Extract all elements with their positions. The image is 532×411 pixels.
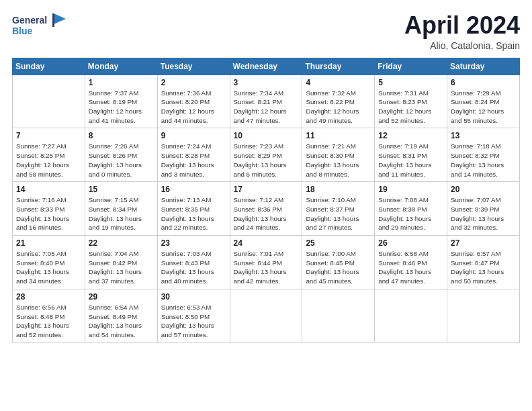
header: General Blue April 2024 Alio, Catalonia,… — [12, 12, 520, 51]
day-cell: 26Sunrise: 6:58 AMSunset: 8:46 PMDayligh… — [375, 236, 447, 289]
week-row-2: 7Sunrise: 7:27 AMSunset: 8:25 PMDaylight… — [13, 128, 520, 182]
day-cell: 19Sunrise: 7:08 AMSunset: 8:38 PMDayligh… — [375, 182, 447, 236]
day-number: 22 — [89, 238, 154, 248]
day-cell: 10Sunrise: 7:23 AMSunset: 8:29 PMDayligh… — [230, 128, 302, 182]
day-info: Sunrise: 6:57 AMSunset: 8:47 PMDaylight:… — [451, 249, 516, 286]
day-number: 1 — [89, 78, 154, 87]
weekday-header-sunday: Sunday — [13, 58, 85, 75]
day-number: 20 — [451, 185, 516, 194]
day-number: 4 — [306, 78, 371, 87]
weekday-header-wednesday: Wednesday — [230, 58, 302, 75]
day-cell: 8Sunrise: 7:26 AMSunset: 8:26 PMDaylight… — [85, 128, 157, 182]
day-info: Sunrise: 7:31 AMSunset: 8:23 PMDaylight:… — [378, 89, 443, 126]
day-cell — [447, 289, 520, 342]
day-cell: 24Sunrise: 7:01 AMSunset: 8:44 PMDayligh… — [230, 236, 302, 289]
weekday-header-saturday: Saturday — [447, 58, 520, 75]
day-cell — [230, 289, 302, 342]
day-cell: 9Sunrise: 7:24 AMSunset: 8:28 PMDaylight… — [157, 128, 230, 182]
day-cell: 25Sunrise: 7:00 AMSunset: 8:45 PMDayligh… — [302, 236, 375, 289]
day-cell: 18Sunrise: 7:10 AMSunset: 8:37 PMDayligh… — [302, 182, 375, 236]
day-info: Sunrise: 6:54 AMSunset: 8:49 PMDaylight:… — [89, 303, 154, 340]
day-cell: 27Sunrise: 6:57 AMSunset: 8:47 PMDayligh… — [447, 236, 520, 289]
day-info: Sunrise: 7:37 AMSunset: 8:19 PMDaylight:… — [89, 89, 154, 126]
day-cell: 28Sunrise: 6:56 AMSunset: 8:48 PMDayligh… — [13, 289, 85, 342]
day-cell: 12Sunrise: 7:19 AMSunset: 8:31 PMDayligh… — [375, 128, 447, 182]
day-info: Sunrise: 7:04 AMSunset: 8:42 PMDaylight:… — [89, 249, 154, 286]
day-info: Sunrise: 7:12 AMSunset: 8:36 PMDaylight:… — [234, 195, 299, 232]
day-info: Sunrise: 7:23 AMSunset: 8:29 PMDaylight:… — [234, 142, 299, 179]
day-cell — [375, 289, 447, 342]
svg-marker-1 — [54, 13, 66, 24]
day-cell: 11Sunrise: 7:21 AMSunset: 8:30 PMDayligh… — [302, 128, 375, 182]
day-info: Sunrise: 7:08 AMSunset: 8:38 PMDaylight:… — [378, 195, 443, 232]
day-info: Sunrise: 6:58 AMSunset: 8:46 PMDaylight:… — [378, 249, 443, 286]
svg-text:Blue: Blue — [12, 26, 33, 36]
day-number: 28 — [16, 292, 81, 302]
day-cell: 16Sunrise: 7:13 AMSunset: 8:35 PMDayligh… — [157, 182, 230, 236]
weekday-header-monday: Monday — [85, 58, 157, 75]
day-number: 16 — [161, 185, 226, 194]
weekday-header-row: SundayMondayTuesdayWednesdayThursdayFrid… — [13, 58, 520, 75]
day-info: Sunrise: 7:00 AMSunset: 8:45 PMDaylight:… — [306, 249, 371, 286]
day-number: 21 — [16, 238, 81, 248]
day-info: Sunrise: 7:34 AMSunset: 8:21 PMDaylight:… — [234, 89, 299, 126]
day-cell: 23Sunrise: 7:03 AMSunset: 8:43 PMDayligh… — [157, 236, 230, 289]
day-number: 17 — [234, 185, 299, 194]
calendar-table: SundayMondayTuesdayWednesdayThursdayFrid… — [12, 58, 520, 343]
day-info: Sunrise: 7:24 AMSunset: 8:28 PMDaylight:… — [161, 142, 226, 179]
weekday-header-thursday: Thursday — [302, 58, 375, 75]
day-cell: 5Sunrise: 7:31 AMSunset: 8:23 PMDaylight… — [375, 75, 447, 128]
day-cell: 29Sunrise: 6:54 AMSunset: 8:49 PMDayligh… — [85, 289, 157, 342]
title-block: April 2024 Alio, Catalonia, Spain — [404, 12, 520, 51]
day-info: Sunrise: 7:01 AMSunset: 8:44 PMDaylight:… — [234, 249, 299, 286]
logo-block: General Blue — [12, 12, 73, 42]
day-number: 6 — [451, 78, 516, 87]
day-number: 8 — [89, 131, 154, 140]
day-info: Sunrise: 7:07 AMSunset: 8:39 PMDaylight:… — [451, 195, 516, 232]
day-cell: 1Sunrise: 7:37 AMSunset: 8:19 PMDaylight… — [85, 75, 157, 128]
day-info: Sunrise: 7:16 AMSunset: 8:33 PMDaylight:… — [16, 195, 81, 232]
day-number: 2 — [161, 78, 226, 87]
day-number: 30 — [161, 292, 226, 302]
day-info: Sunrise: 7:13 AMSunset: 8:35 PMDaylight:… — [161, 195, 226, 232]
weekday-header-tuesday: Tuesday — [157, 58, 230, 75]
day-number: 3 — [234, 78, 299, 87]
day-info: Sunrise: 7:29 AMSunset: 8:24 PMDaylight:… — [451, 89, 516, 126]
day-number: 10 — [234, 131, 299, 140]
day-cell: 30Sunrise: 6:53 AMSunset: 8:50 PMDayligh… — [157, 289, 230, 342]
day-number: 7 — [16, 131, 81, 140]
day-info: Sunrise: 7:27 AMSunset: 8:25 PMDaylight:… — [16, 142, 81, 179]
day-number: 24 — [234, 238, 299, 248]
day-info: Sunrise: 6:53 AMSunset: 8:50 PMDaylight:… — [161, 303, 226, 340]
day-number: 27 — [451, 238, 516, 248]
day-cell — [302, 289, 375, 342]
day-number: 14 — [16, 185, 81, 194]
day-number: 12 — [378, 131, 443, 140]
day-info: Sunrise: 7:03 AMSunset: 8:43 PMDaylight:… — [161, 249, 226, 286]
day-info: Sunrise: 7:18 AMSunset: 8:32 PMDaylight:… — [451, 142, 516, 179]
page: General Blue April 2024 Alio, Catalonia,… — [0, 0, 532, 411]
day-number: 25 — [306, 238, 371, 248]
day-cell: 13Sunrise: 7:18 AMSunset: 8:32 PMDayligh… — [447, 128, 520, 182]
day-cell: 21Sunrise: 7:05 AMSunset: 8:40 PMDayligh… — [13, 236, 85, 289]
day-cell: 7Sunrise: 7:27 AMSunset: 8:25 PMDaylight… — [13, 128, 85, 182]
day-info: Sunrise: 7:32 AMSunset: 8:22 PMDaylight:… — [306, 89, 371, 126]
day-cell: 6Sunrise: 7:29 AMSunset: 8:24 PMDaylight… — [447, 75, 520, 128]
day-info: Sunrise: 7:15 AMSunset: 8:34 PMDaylight:… — [89, 195, 154, 232]
day-cell: 2Sunrise: 7:36 AMSunset: 8:20 PMDaylight… — [157, 75, 230, 128]
day-info: Sunrise: 7:19 AMSunset: 8:31 PMDaylight:… — [378, 142, 443, 179]
day-info: Sunrise: 7:10 AMSunset: 8:37 PMDaylight:… — [306, 195, 371, 232]
day-number: 23 — [161, 238, 226, 248]
day-number: 19 — [378, 185, 443, 194]
day-number: 11 — [306, 131, 371, 140]
month-title: April 2024 — [404, 12, 520, 39]
week-row-4: 21Sunrise: 7:05 AMSunset: 8:40 PMDayligh… — [13, 236, 520, 289]
day-cell: 17Sunrise: 7:12 AMSunset: 8:36 PMDayligh… — [230, 182, 302, 236]
logo: General Blue — [12, 12, 73, 42]
day-info: Sunrise: 7:26 AMSunset: 8:26 PMDaylight:… — [89, 142, 154, 179]
day-number: 18 — [306, 185, 371, 194]
day-number: 29 — [89, 292, 154, 302]
day-cell: 3Sunrise: 7:34 AMSunset: 8:21 PMDaylight… — [230, 75, 302, 128]
day-info: Sunrise: 7:21 AMSunset: 8:30 PMDaylight:… — [306, 142, 371, 179]
weekday-header-friday: Friday — [375, 58, 447, 75]
